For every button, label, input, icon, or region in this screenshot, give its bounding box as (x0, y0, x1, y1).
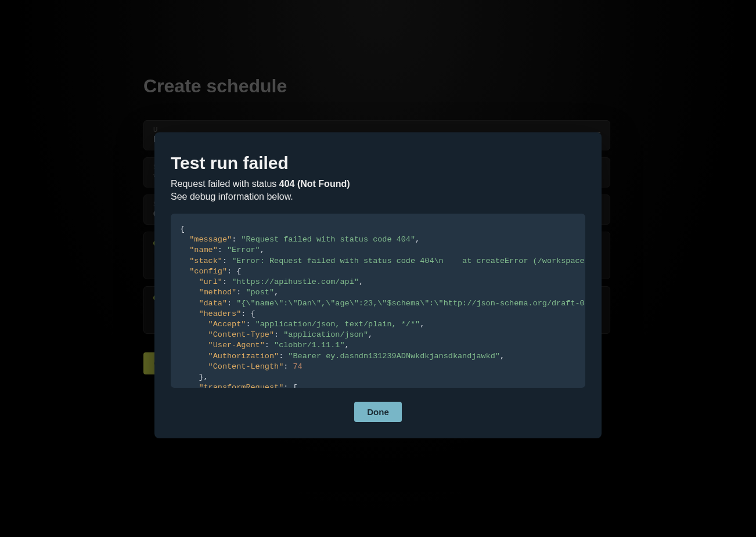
debug-code-block[interactable]: { "message": "Request failed with status… (171, 214, 585, 388)
modal-subtitle: Request failed with status 404 (Not Foun… (171, 179, 585, 189)
modal-title: Test run failed (171, 153, 585, 173)
modal-overlay: Test run failed Request failed with stat… (0, 0, 756, 537)
modal-actions: Done (171, 402, 585, 422)
done-button[interactable]: Done (354, 402, 402, 422)
test-run-failed-modal: Test run failed Request failed with stat… (154, 132, 602, 438)
status-code: 404 (Not Found) (279, 179, 350, 189)
subtitle-prefix: Request failed with status (171, 179, 279, 189)
modal-info: See debug information below. (171, 192, 585, 202)
